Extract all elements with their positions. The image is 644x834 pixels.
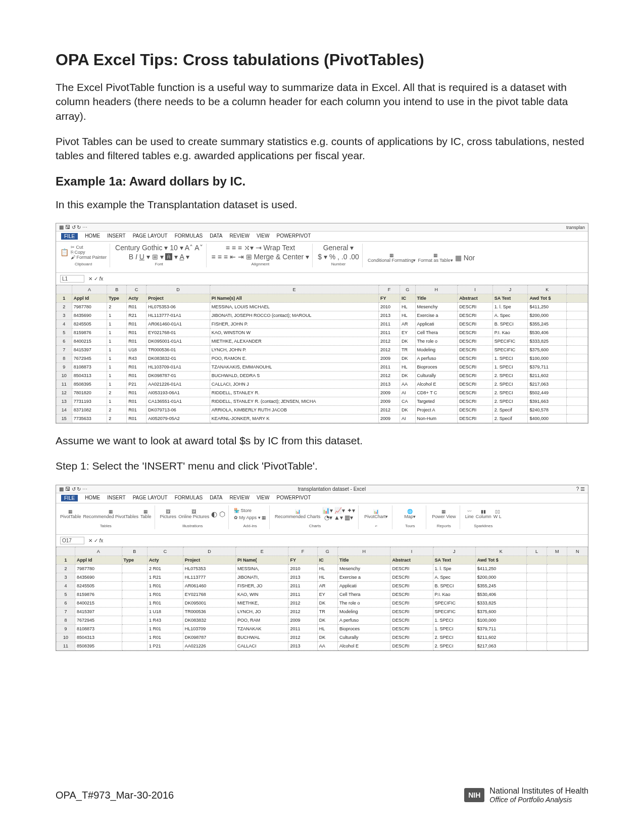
cell[interactable]: SPECIFIC: [433, 598, 475, 607]
cell[interactable]: 1 R21: [147, 573, 183, 581]
column-header[interactable]: A: [75, 547, 122, 555]
cell[interactable]: [526, 564, 547, 573]
cell[interactable]: AR061460: [183, 581, 235, 590]
cell[interactable]: Modeling: [415, 346, 458, 354]
ribbon-tab-page-layout[interactable]: PAGE LAYOUT: [133, 233, 168, 240]
cell[interactable]: 2. SPECI: [492, 372, 528, 380]
cell[interactable]: [567, 397, 588, 406]
cell[interactable]: 9: [57, 624, 75, 633]
cell[interactable]: [547, 564, 567, 573]
cell[interactable]: [567, 406, 588, 414]
cell[interactable]: 7: [57, 346, 72, 354]
cell[interactable]: 1: [57, 555, 75, 564]
cell[interactable]: [567, 354, 588, 363]
cell[interactable]: $379,711: [528, 363, 567, 372]
column-header[interactable]: G: [400, 286, 415, 294]
cell[interactable]: Acty: [127, 294, 146, 303]
cell[interactable]: 3: [57, 573, 75, 581]
cell[interactable]: [567, 363, 588, 372]
number-buttons[interactable]: $ ▾ % , .0 .00: [318, 253, 359, 261]
cut-button[interactable]: ✂ Cut: [71, 245, 83, 250]
cell[interactable]: EY021768: [183, 590, 235, 598]
ribbon-tab-data[interactable]: DATA: [210, 233, 222, 240]
cell[interactable]: BUCHWALD, DEDRA S: [210, 372, 378, 380]
cell[interactable]: 2012: [379, 406, 400, 414]
cell[interactable]: [547, 555, 567, 564]
column-header[interactable]: I: [458, 286, 493, 294]
cell[interactable]: 1: [107, 346, 127, 354]
column-header[interactable]: L: [526, 547, 547, 555]
cell[interactable]: 1 R01: [147, 633, 183, 641]
cell[interactable]: 3: [57, 311, 72, 320]
cell[interactable]: $530,406: [475, 590, 526, 598]
cell[interactable]: EY: [400, 329, 415, 337]
cell[interactable]: 8504313: [72, 372, 107, 380]
cell[interactable]: [567, 555, 588, 564]
column-header[interactable]: B: [107, 286, 127, 294]
cell[interactable]: DESCRI: [390, 598, 433, 607]
cell[interactable]: Title: [415, 294, 458, 303]
cell[interactable]: [122, 598, 147, 607]
cell[interactable]: HL103709-01A1: [146, 363, 210, 372]
cell[interactable]: 2009: [379, 389, 400, 397]
cell[interactable]: AI: [400, 414, 415, 423]
merge-button[interactable]: ≡ ≡ ≡ ⇤ ⇥ ⊞ Merge & Center ▾: [212, 253, 310, 261]
ribbon-tab-page-layout[interactable]: PAGE LAYOUT: [133, 495, 168, 501]
cell[interactable]: 7987780: [75, 564, 122, 573]
cell[interactable]: JIBONATI,: [236, 573, 288, 581]
cell[interactable]: R01: [127, 389, 146, 397]
cell[interactable]: 2012: [288, 633, 317, 641]
cell[interactable]: DK095001: [183, 598, 235, 607]
cell[interactable]: 10: [57, 372, 72, 380]
cell[interactable]: [122, 641, 147, 650]
cell[interactable]: KAO, WINSTON W: [210, 329, 378, 337]
cell[interactable]: HL: [400, 311, 415, 320]
cell[interactable]: SPECIFIC: [492, 337, 528, 346]
cell[interactable]: 12: [57, 389, 72, 397]
cell[interactable]: $530,406: [528, 329, 567, 337]
cell[interactable]: [547, 624, 567, 633]
font-name-select[interactable]: Century Gothic: [115, 244, 162, 252]
cell[interactable]: [122, 581, 147, 590]
format-as-table-button[interactable]: ▦Format as Table▾: [418, 253, 453, 263]
name-box[interactable]: L1: [60, 275, 84, 283]
store-button[interactable]: 🏪 Store: [234, 508, 252, 513]
cell[interactable]: Appl Id: [72, 294, 107, 303]
cell[interactable]: 8: [57, 616, 75, 624]
cell[interactable]: 2: [107, 414, 127, 423]
cell[interactable]: [526, 590, 547, 598]
cell[interactable]: Awd Tot $: [475, 555, 526, 564]
cell[interactable]: POO, RAMON E.: [210, 354, 378, 363]
column-header[interactable]: J: [433, 547, 475, 555]
cell[interactable]: $211,602: [528, 372, 567, 380]
cell[interactable]: HL075353-06: [146, 303, 210, 311]
cell[interactable]: 1 P21: [147, 641, 183, 650]
cell[interactable]: [567, 616, 588, 624]
cell[interactable]: MESSINA,: [236, 564, 288, 573]
cell[interactable]: DK095001-01A1: [146, 337, 210, 346]
cell[interactable]: 1: [107, 329, 127, 337]
cell[interactable]: Project: [146, 294, 210, 303]
cell[interactable]: DK: [400, 372, 415, 380]
cell[interactable]: AA: [317, 641, 337, 650]
column-header[interactable]: E: [210, 286, 378, 294]
cell[interactable]: [526, 641, 547, 650]
cell[interactable]: DESCRI: [390, 564, 433, 573]
cell[interactable]: DK: [400, 354, 415, 363]
cell[interactable]: [526, 633, 547, 641]
cell[interactable]: [122, 633, 147, 641]
shapes-icon[interactable]: ◐ ⬡: [211, 510, 225, 518]
cell[interactable]: SPECIFIC: [492, 346, 528, 354]
cell[interactable]: DK083832-01: [146, 354, 210, 363]
cell[interactable]: DESCRI: [390, 616, 433, 624]
cell[interactable]: 7672945: [75, 616, 122, 624]
cell[interactable]: POO, RAM: [236, 616, 288, 624]
cell[interactable]: 8245505: [72, 320, 107, 329]
ribbon-tab-view[interactable]: VIEW: [257, 495, 270, 501]
cell[interactable]: 1: [107, 354, 127, 363]
cell[interactable]: 5: [57, 590, 75, 598]
cell[interactable]: A. Spec: [492, 311, 528, 320]
cell[interactable]: TR: [317, 607, 337, 616]
cell[interactable]: Title: [338, 555, 390, 564]
cell[interactable]: [567, 346, 588, 354]
